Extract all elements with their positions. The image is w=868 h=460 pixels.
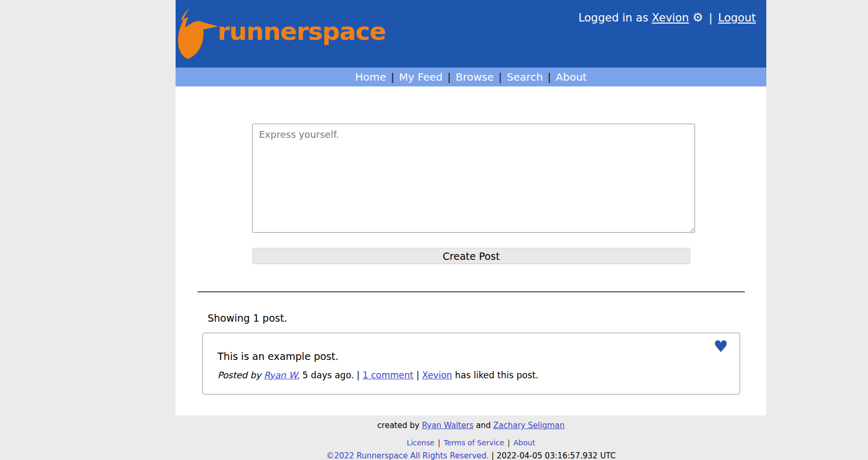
byline-separator: |: [357, 370, 360, 380]
nav-item-my-feed[interactable]: My Feed: [399, 71, 442, 83]
byline-separator: |: [416, 370, 419, 380]
section-divider: [198, 291, 745, 292]
nav-item-browse[interactable]: Browse: [455, 71, 494, 83]
site-footer: created by Ryan Walters and Zachary Seli…: [176, 415, 766, 460]
copyright-link[interactable]: ©2022 Runnerspace All Rights Reserved.: [326, 451, 489, 460]
created-by-text: created by: [377, 421, 419, 430]
creator-link-ryan-walters[interactable]: Ryan Walters: [422, 421, 473, 430]
nav-separator: |: [391, 71, 395, 83]
heart-like-icon[interactable]: ♥: [713, 338, 728, 355]
nav-item-search[interactable]: Search: [507, 71, 543, 83]
logout-link[interactable]: Logout: [718, 12, 756, 24]
footer-separator: |: [438, 439, 440, 447]
post-age-text: 5 days ago.: [302, 370, 354, 380]
post-liker-link[interactable]: Xevion: [422, 370, 452, 380]
gear-icon[interactable]: ⚙: [692, 10, 703, 24]
footer-link-terms[interactable]: Terms of Service: [444, 439, 504, 447]
runnerspace-bird-logo-icon: [177, 6, 219, 60]
nav-separator: |: [548, 71, 551, 83]
post-content-text: This is an example post.: [218, 351, 339, 362]
footer-links: License | Terms of Service | About: [176, 439, 766, 447]
site-header: runnerspace Logged in as Xevion ⚙ | Logo…: [176, 0, 766, 68]
footer-link-about[interactable]: About: [514, 439, 535, 447]
footer-link-license[interactable]: License: [407, 439, 435, 447]
post-composer-textarea[interactable]: [252, 124, 695, 233]
feed-summary-text: Showing 1 post.: [208, 312, 766, 324]
footer-separator: |: [507, 439, 510, 447]
post-byline: Posted by Ryan W. 5 days ago. | 1 commen…: [218, 370, 538, 380]
post-card: This is an example post. Posted by Ryan …: [202, 333, 740, 395]
footer-credits: created by Ryan Walters and Zachary Seli…: [176, 421, 766, 430]
posted-by-text: Posted by: [218, 370, 261, 380]
nav-item-home[interactable]: Home: [355, 71, 386, 83]
user-session-box: Logged in as Xevion ⚙ | Logout: [578, 10, 756, 24]
header-separator: |: [709, 12, 712, 24]
logo-link[interactable]: runnerspace: [176, 0, 396, 68]
main-content: Create Post Showing 1 post. This is an e…: [176, 86, 766, 415]
post-liked-text: has liked this post.: [455, 370, 538, 380]
app-container: runnerspace Logged in as Xevion ⚙ | Logo…: [176, 0, 766, 460]
username-link[interactable]: Xevion: [652, 12, 689, 24]
post-composer: Create Post: [252, 124, 695, 264]
logo-wordmark: runnerspace: [218, 17, 386, 46]
main-nav: Home | My Feed | Browse | Search | About: [176, 68, 766, 86]
nav-item-about[interactable]: About: [556, 71, 587, 83]
post-author-link[interactable]: Ryan W.: [264, 370, 299, 380]
nav-separator: |: [498, 71, 502, 83]
nav-separator: |: [448, 71, 451, 83]
create-post-button[interactable]: Create Post: [252, 248, 690, 264]
footer-copyright-row: ©2022 Runnerspace All Rights Reserved. |…: [176, 451, 766, 460]
footer-timestamp: | 2022-04-05 03:16:57.932 UTC: [492, 451, 616, 460]
logged-in-as-text: Logged in as: [578, 12, 648, 24]
post-comments-link[interactable]: 1 comment: [363, 370, 414, 380]
and-text: and: [476, 421, 491, 430]
creator-link-zachary-seligman[interactable]: Zachary Seligman: [493, 421, 565, 430]
